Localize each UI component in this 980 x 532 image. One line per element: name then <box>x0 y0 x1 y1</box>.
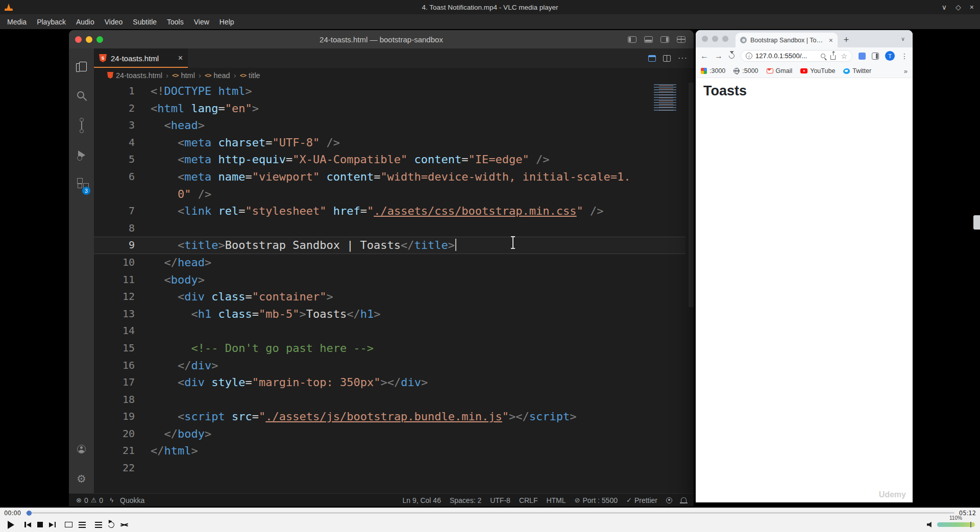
code-line[interactable]: 11 <body> <box>94 271 694 289</box>
code-line[interactable]: 9 <title>Bootstrap Sandbox | Toasts</tit… <box>94 237 694 254</box>
traffic-minimize-button[interactable] <box>86 36 92 43</box>
browser-menu-icon[interactable]: ⋮ <box>901 52 908 60</box>
editor-scrollbar[interactable] <box>689 83 694 307</box>
problems-status[interactable]: ⊗ 0 ⚠ 0 <box>76 496 103 504</box>
code-line[interactable]: 17 <div style="margin-top: 350px"></div> <box>94 374 694 391</box>
video-canvas[interactable]: 24-toasts.html — bootstrap-sandbox <box>0 29 980 508</box>
bookmark-youtube[interactable]: YouTube <box>800 67 835 74</box>
play-button[interactable] <box>4 518 17 531</box>
layout-sidebar-left-icon[interactable] <box>628 36 636 43</box>
code-line[interactable]: 16 </div> <box>94 357 694 374</box>
stop-button[interactable] <box>37 518 43 531</box>
layout-panel-icon[interactable] <box>644 36 653 43</box>
fullscreen-button[interactable] <box>65 518 72 531</box>
activity-settings[interactable]: ⚙ <box>69 464 94 493</box>
bookmark-3000[interactable]: :3000 <box>701 67 725 74</box>
menu-video[interactable]: Video <box>100 18 128 26</box>
menu-view[interactable]: View <box>189 18 214 26</box>
previous-button[interactable] <box>24 518 31 531</box>
code-line[interactable]: 8 <box>94 220 694 237</box>
code-line[interactable]: 18 <box>94 391 694 409</box>
volume-slider[interactable] <box>937 522 975 527</box>
playlist-button[interactable] <box>95 518 102 531</box>
shuffle-button[interactable] <box>120 518 128 531</box>
seek-handle[interactable] <box>27 511 32 516</box>
status-utf-8[interactable]: UTF-8 <box>490 496 510 504</box>
code-line[interactable]: 19 <script src="./assets/js/bootstrap.bu… <box>94 408 694 425</box>
traffic-zoom-button[interactable] <box>96 36 103 43</box>
status-crlf[interactable]: CRLF <box>519 496 538 504</box>
menu-tools[interactable]: Tools <box>162 18 189 26</box>
browser-zoom-button[interactable] <box>722 36 728 42</box>
code-line[interactable]: 5 <meta http-equiv="X-UA-Compatible" con… <box>94 151 694 168</box>
status-html[interactable]: HTML <box>546 496 566 504</box>
bookmark-star-icon[interactable]: ☆ <box>841 53 847 60</box>
code-line[interactable]: 1<!DOCTYPE html> <box>94 83 694 100</box>
forward-button[interactable]: → <box>715 52 723 60</box>
browser-tab-close-icon[interactable]: × <box>829 36 833 44</box>
code-line[interactable]: 7 <link rel="stylesheet" href="./assets/… <box>94 202 694 220</box>
extended-settings-button[interactable] <box>79 518 86 531</box>
code-line[interactable]: 0" /> <box>94 186 694 203</box>
share-icon[interactable] <box>830 55 836 60</box>
code-line[interactable]: 13 <h1 class="mb-5">Toasts</h1> <box>94 306 694 323</box>
menu-playback[interactable]: Playback <box>32 18 71 26</box>
activity-run-debug[interactable] <box>69 140 94 170</box>
breadcrumb-item-html[interactable]: <>html <box>172 71 195 80</box>
code-line[interactable]: 21</html> <box>94 442 694 460</box>
open-in-browser-icon[interactable] <box>648 55 656 62</box>
code-line[interactable]: 4 <meta charset="UTF-8" /> <box>94 134 694 151</box>
site-info-icon[interactable]: i <box>746 53 752 59</box>
next-button[interactable] <box>49 518 56 531</box>
quokka-status[interactable]: Quokka <box>120 496 144 504</box>
browser-close-button[interactable] <box>702 36 708 42</box>
zoom-icon[interactable] <box>821 54 825 58</box>
url-text[interactable]: 127.0.0.1:5500/... <box>755 52 818 60</box>
more-actions-icon[interactable]: ··· <box>678 54 688 63</box>
maximize-button[interactable]: ◇ <box>955 3 961 11</box>
profile-avatar[interactable]: T <box>885 51 895 61</box>
minimize-button[interactable]: ∨ <box>942 3 947 11</box>
bookmark-gmail[interactable]: Gmail <box>767 67 793 74</box>
speaker-icon[interactable] <box>927 522 934 528</box>
notifications-bell-icon[interactable] <box>681 497 687 502</box>
back-button[interactable]: ← <box>700 52 708 60</box>
code-line[interactable]: 3 <head> <box>94 117 694 134</box>
activity-extensions[interactable]: 3 <box>69 170 94 199</box>
loop-button[interactable] <box>108 518 114 531</box>
browser-minimize-button[interactable] <box>712 36 718 42</box>
layout-customize-icon[interactable] <box>677 36 685 43</box>
menu-subtitle[interactable]: Subtitle <box>128 18 162 26</box>
activity-explorer[interactable] <box>69 52 94 81</box>
menu-audio[interactable]: Audio <box>71 18 100 26</box>
tab-search-chevron-icon[interactable]: ∨ <box>898 34 908 43</box>
status-port-5500[interactable]: ⊘Port : 5500 <box>575 496 618 504</box>
code-line[interactable]: 2<html lang="en"> <box>94 100 694 117</box>
editor[interactable]: 1<!DOCTYPE html>2<html lang="en">3 <head… <box>94 83 694 493</box>
seek-slider[interactable] <box>26 512 954 514</box>
activity-search[interactable] <box>69 81 94 111</box>
traffic-close-button[interactable] <box>75 36 82 43</box>
activity-account[interactable] <box>69 434 94 464</box>
layout-sidebar-right-icon[interactable] <box>660 36 669 43</box>
tab-24-toasts[interactable]: 5 24-toasts.html × <box>94 48 188 68</box>
tab-close-icon[interactable]: × <box>178 54 183 63</box>
code-line[interactable]: 20 </body> <box>94 425 694 443</box>
split-editor-icon[interactable] <box>663 55 671 62</box>
quokka-lightning-icon[interactable]: ϟ <box>110 496 113 504</box>
bookmark-5000[interactable]: :5000 <box>733 67 758 74</box>
status-ln-9-col-46[interactable]: Ln 9, Col 46 <box>402 496 441 504</box>
bookmarks-overflow-icon[interactable]: » <box>904 67 908 75</box>
reload-button[interactable] <box>728 52 736 60</box>
broadcast-icon[interactable] <box>666 497 672 503</box>
code-line[interactable]: 22 <box>94 460 694 477</box>
side-panel-icon[interactable] <box>872 53 879 60</box>
code-line[interactable]: 15 <!-- Don't go past here --> <box>94 340 694 357</box>
address-bar[interactable]: i 127.0.0.1:5500/... ☆ <box>741 50 852 62</box>
new-tab-button[interactable]: + <box>840 33 853 46</box>
activity-source-control[interactable] <box>69 111 94 140</box>
breadcrumb-item-title[interactable]: <>title <box>240 71 260 80</box>
minimap[interactable] <box>654 84 688 111</box>
vscode-titlebar[interactable]: 24-toasts.html — bootstrap-sandbox <box>69 30 694 48</box>
status-spaces-2[interactable]: Spaces: 2 <box>450 496 481 504</box>
